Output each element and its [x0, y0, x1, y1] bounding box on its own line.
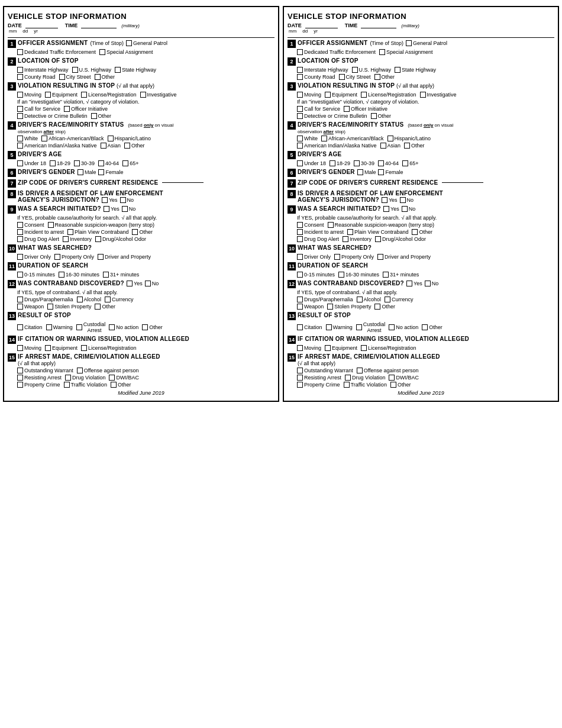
cb-other-search-l[interactable]: [132, 229, 138, 235]
cb-65plus-r[interactable]: [402, 160, 408, 166]
cb-search-yes-r[interactable]: [383, 206, 389, 212]
cb-officer-init-r[interactable]: [344, 106, 350, 112]
cb-state-hwy-r[interactable]: [395, 67, 400, 73]
cb-county-road-l[interactable]: [17, 74, 23, 80]
cb-terry-stop-r[interactable]: [328, 222, 334, 228]
cb-dwi-bac-r[interactable]: [389, 375, 395, 381]
cb-inventory-r[interactable]: [343, 236, 348, 242]
cb-moving-r[interactable]: [297, 92, 303, 98]
cb-drugs-l[interactable]: [17, 297, 23, 302]
cb-interstate-l[interactable]: [17, 67, 23, 73]
cb-other-race-l[interactable]: [124, 143, 130, 149]
cb-african-american-r[interactable]: [321, 136, 327, 141]
cb-res-yes-r[interactable]: [382, 197, 387, 203]
cb-incident-arrest-r[interactable]: [297, 229, 303, 235]
cb-incident-arrest-l[interactable]: [17, 229, 23, 235]
cb-officer-init-l[interactable]: [64, 106, 70, 112]
cb-terry-stop-l[interactable]: [48, 222, 54, 228]
cb-dwi-bac-l[interactable]: [109, 375, 115, 381]
cb-other-loc-r[interactable]: [374, 74, 380, 80]
cb-contraband-no-l[interactable]: [145, 281, 151, 286]
cb-asian-r[interactable]: [380, 143, 386, 149]
cb-drugs-r[interactable]: [297, 297, 303, 302]
cb-warning-r[interactable]: [326, 324, 332, 330]
cb-detective-r[interactable]: [297, 113, 303, 119]
cb-driver-property-r[interactable]: [377, 254, 383, 260]
cb-citation-l[interactable]: [17, 324, 23, 330]
cb-other-search-r[interactable]: [412, 229, 418, 235]
cb-african-american-l[interactable]: [41, 136, 47, 141]
cb-native-l[interactable]: [17, 143, 23, 149]
cb-other-contraband-l[interactable]: [95, 304, 101, 310]
cb-drug-alcohol-r[interactable]: [375, 236, 381, 242]
cb-40-64-l[interactable]: [98, 160, 104, 166]
cb-other-arrest-r[interactable]: [390, 382, 396, 388]
cb-warning-l[interactable]: [46, 324, 52, 330]
cb-other-viol-r[interactable]: [371, 113, 377, 119]
cb-search-no-l[interactable]: [122, 206, 128, 212]
cb-drug-dog-l[interactable]: [17, 236, 23, 242]
cb-custodial-l[interactable]: [76, 324, 82, 330]
cb-contraband-no-r[interactable]: [425, 281, 431, 286]
cb-white-r[interactable]: [297, 136, 303, 141]
cb-resisting-r[interactable]: [297, 375, 303, 381]
cb-property-only-r[interactable]: [334, 254, 340, 260]
cb-other-viol-l[interactable]: [91, 113, 97, 119]
cb-us-hwy-r[interactable]: [352, 67, 358, 73]
cb-under18-r[interactable]: [297, 160, 303, 166]
cb-moving-cit-r[interactable]: [297, 345, 303, 351]
cb-other-result-l[interactable]: [142, 324, 148, 330]
cb-call-service-r[interactable]: [297, 106, 303, 112]
cb-traffic-viol-r[interactable]: [344, 382, 350, 388]
cb-other-arrest-l[interactable]: [111, 382, 117, 388]
cb-hispanic-l[interactable]: [108, 136, 114, 141]
cb-property-crime-l[interactable]: [17, 382, 23, 388]
cb-outstanding-warrant-l[interactable]: [17, 368, 23, 373]
cb-other-race-r[interactable]: [404, 143, 410, 149]
cb-res-no-l[interactable]: [120, 197, 126, 203]
cb-driver-only-l[interactable]: [17, 254, 23, 260]
cb-dedicated-traffic-l[interactable]: [17, 49, 23, 55]
cb-equipment-cit-l[interactable]: [45, 345, 51, 351]
cb-detective-l[interactable]: [17, 113, 23, 119]
cb-res-yes-l[interactable]: [102, 197, 108, 203]
cb-0-15-l[interactable]: [17, 272, 23, 278]
cb-other-loc-l[interactable]: [95, 74, 101, 80]
cb-male-l[interactable]: [77, 169, 83, 175]
cb-special-assign-l[interactable]: [99, 49, 105, 55]
cb-property-crime-r[interactable]: [297, 382, 303, 388]
cb-female-l[interactable]: [98, 169, 104, 175]
cb-general-patrol-r[interactable]: [406, 40, 412, 46]
cb-city-street-r[interactable]: [339, 74, 345, 80]
cb-other-contraband-r[interactable]: [374, 304, 380, 310]
cb-40-64-r[interactable]: [378, 160, 384, 166]
cb-city-street-l[interactable]: [59, 74, 65, 80]
cb-equipment-cit-r[interactable]: [325, 345, 331, 351]
cb-driver-only-r[interactable]: [297, 254, 303, 260]
cb-drug-dog-r[interactable]: [297, 236, 303, 242]
cb-65plus-l[interactable]: [122, 160, 128, 166]
cb-traffic-viol-l[interactable]: [64, 382, 70, 388]
cb-license-reg-r[interactable]: [361, 92, 367, 98]
cb-no-action-l[interactable]: [109, 324, 115, 330]
cb-investigative-l[interactable]: [140, 92, 146, 98]
cb-white-l[interactable]: [17, 136, 23, 141]
cb-male-r[interactable]: [357, 169, 363, 175]
cb-16-30-r[interactable]: [338, 272, 344, 278]
cb-30-39-l[interactable]: [74, 160, 80, 166]
cb-contraband-yes-l[interactable]: [127, 281, 133, 286]
cb-under18-l[interactable]: [17, 160, 23, 166]
cb-license-reg-l[interactable]: [81, 92, 87, 98]
cb-equipment-l[interactable]: [45, 92, 51, 98]
cb-drug-viol-r[interactable]: [345, 375, 351, 381]
cb-consent-l[interactable]: [17, 222, 23, 228]
cb-18-29-r[interactable]: [330, 160, 335, 166]
cb-interstate-r[interactable]: [297, 67, 303, 73]
cb-offense-person-l[interactable]: [77, 368, 83, 373]
cb-hispanic-r[interactable]: [387, 136, 393, 141]
cb-currency-r[interactable]: [385, 297, 390, 302]
cb-driver-property-l[interactable]: [98, 254, 104, 260]
cb-search-yes-l[interactable]: [104, 206, 109, 212]
cb-citation-r[interactable]: [297, 324, 303, 330]
cb-state-hwy-l[interactable]: [115, 67, 121, 73]
